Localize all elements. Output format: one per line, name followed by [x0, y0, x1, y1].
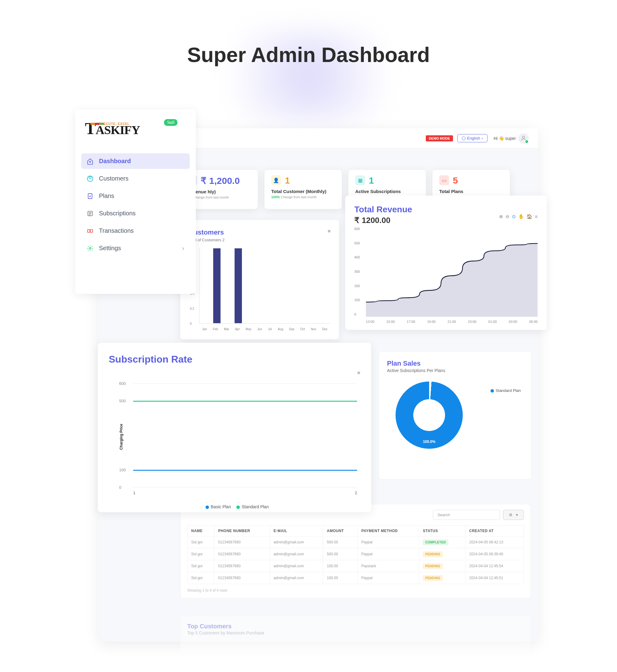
column-header[interactable]: PHONE NUMBER: [214, 526, 270, 536]
pagination-info: Showing 1 to 4 of 4 rows: [187, 588, 524, 593]
revenue-chart: Total Revenue ₹ 1200.00 ⊕ ⊖ ⊙ ✋ 🏠 ≡ 0100…: [345, 196, 547, 330]
search-icon[interactable]: ⊙: [512, 214, 516, 219]
demo-mode-badge: DEMO MODE: [426, 135, 453, 142]
svg-point-7: [89, 230, 91, 232]
chart-toolbar: ⊕ ⊖ ⊙ ✋ 🏠 ≡: [499, 214, 538, 219]
status-badge: PENDING: [423, 575, 443, 581]
column-header[interactable]: STATUS: [419, 526, 465, 536]
plan-sales-chart: Plan Sales Active Subscriptions Per Plan…: [379, 351, 532, 480]
home-icon[interactable]: 🏠: [527, 214, 533, 219]
column-header[interactable]: E-MAIL: [270, 526, 323, 536]
search-input[interactable]: rch...: [186, 136, 426, 141]
chart-title: Subscription Rate: [109, 354, 360, 365]
calendar-icon: ▭: [439, 175, 449, 185]
sidebar-label: Dashboard: [99, 158, 131, 165]
money-icon: [87, 228, 93, 234]
chart-subtitle: ount of Customers 2: [189, 238, 331, 242]
sidebar-item-customers[interactable]: Customers: [81, 171, 190, 186]
table-search-input[interactable]: Search: [433, 510, 500, 520]
sidebar-item-subscriptions[interactable]: Subscriptions: [81, 206, 190, 221]
sidebar-label: Transactions: [99, 227, 134, 234]
subscription-rate-chart: Subscription Rate ≡ Charging Price 01005…: [98, 343, 371, 512]
y-axis-label: Charging Price: [119, 424, 124, 450]
plus-icon[interactable]: ⊕: [499, 214, 503, 219]
sidebar-label: Customers: [99, 175, 129, 182]
chart-title: Total Revenue: [354, 205, 538, 214]
gear-icon: [87, 245, 93, 252]
table-row[interactable]: Sid gor01234567890admin@gmail.com500.00P…: [188, 536, 524, 548]
chart-title: Plan Sales: [387, 360, 523, 368]
svg-rect-6: [88, 229, 93, 232]
topbar: rch... DEMO MODE English › Hi 👋 super: [177, 128, 538, 149]
column-header[interactable]: PAYMENT METHOD: [357, 526, 419, 536]
table-row[interactable]: Sid gor01234567890admin@gmail.com100.00P…: [188, 572, 524, 584]
logo: EXECUTE, EXCEL SaaS TASKIFY: [81, 119, 190, 146]
table-row[interactable]: Sid gor01234567890admin@gmail.com500.00P…: [188, 548, 524, 560]
home-icon: [87, 158, 93, 165]
sidebar-item-dashboard[interactable]: Dashboard: [81, 153, 190, 169]
status-badge: COMPLETED: [423, 539, 448, 545]
user-icon: [87, 175, 93, 182]
sidebar-item-transactions[interactable]: Transactions: [81, 223, 190, 239]
donut-chart: 100.0%: [396, 382, 463, 449]
user-icon: 👤: [271, 175, 281, 185]
card-title: Top Customers: [187, 623, 524, 630]
sidebar-label: Subscriptions: [99, 210, 136, 217]
svg-point-1: [89, 161, 91, 163]
avatar[interactable]: [519, 133, 529, 144]
subscription-icon: ▦: [355, 175, 365, 185]
sidebar-item-settings[interactable]: Settings ›: [81, 240, 190, 256]
svg-point-2: [89, 176, 91, 178]
greeting: Hi 👋 super: [493, 136, 516, 141]
svg-point-0: [522, 136, 525, 138]
legend: Standard Plan: [490, 388, 521, 393]
hand-icon[interactable]: ✋: [519, 214, 524, 219]
hamburger-icon[interactable]: ≡: [357, 370, 360, 376]
chevron-right-icon: ›: [182, 245, 184, 252]
sidebar: EXECUTE, EXCEL SaaS TASKIFY Dashboard Cu…: [75, 109, 196, 294]
stat-customers: 👤 1 Total Customer (Monthly) 100% Change…: [264, 170, 342, 209]
chart-title: Customers: [189, 228, 331, 236]
language-label: English: [467, 136, 480, 141]
customers-chart: Customers ount of Customers 2 ≡ N 00.20.…: [180, 220, 339, 340]
sidebar-label: Plans: [99, 192, 114, 199]
column-header[interactable]: NAME: [188, 526, 214, 536]
language-button[interactable]: English ›: [457, 134, 487, 142]
sidebar-label: Settings: [99, 245, 121, 252]
sidebar-item-plans[interactable]: Plans: [81, 188, 190, 204]
transactions-table: Search ⚙ ▾ NAMEPHONE NUMBERE-MAILAMOUNTP…: [180, 504, 531, 598]
chart-subtitle: Active Subscriptions Per Plans: [387, 368, 523, 373]
globe-icon: [462, 137, 465, 140]
list-icon: [87, 210, 93, 217]
table-row[interactable]: Sid gor01234567890admin@gmail.com100.00P…: [188, 560, 524, 572]
filter-button[interactable]: ⚙ ▾: [503, 510, 524, 520]
page-title: Super Admin Dashboard: [0, 43, 617, 66]
column-header[interactable]: CREATED AT: [465, 526, 524, 536]
status-badge: PENDING: [423, 563, 443, 569]
column-header[interactable]: AMOUNT: [323, 526, 358, 536]
chevron-right-icon: ›: [482, 136, 483, 141]
hamburger-icon[interactable]: ≡: [535, 214, 538, 219]
clipboard-icon: [87, 193, 93, 199]
minus-icon[interactable]: ⊖: [505, 214, 509, 219]
top-customers-card: Top Customers Top 5 Customers by Maximum…: [180, 616, 531, 652]
status-badge: PENDING: [423, 551, 443, 557]
hamburger-icon[interactable]: ≡: [328, 228, 331, 234]
svg-point-8: [89, 247, 91, 249]
card-subtitle: Top 5 Customers by Maximum Purchase: [187, 631, 524, 635]
